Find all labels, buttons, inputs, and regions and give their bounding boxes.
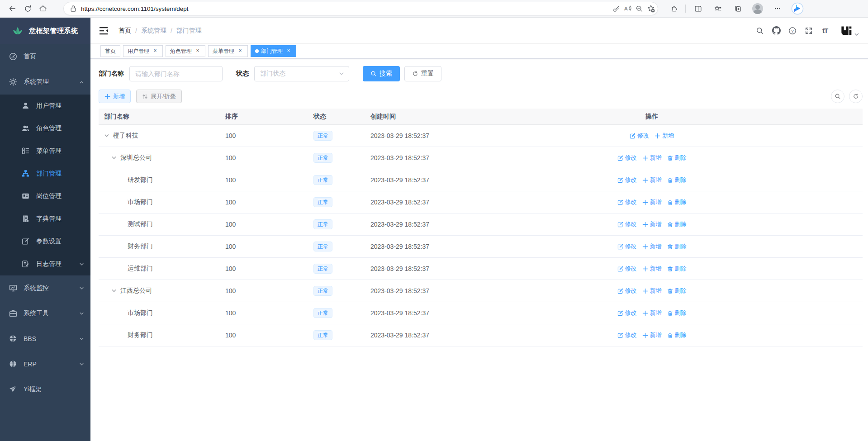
row-add-link[interactable]: 新增 (642, 331, 662, 339)
copilot-icon[interactable] (790, 2, 805, 15)
dept-name: 市场部门 (128, 309, 153, 317)
row-delete-link[interactable]: 删除 (667, 176, 687, 184)
reset-button[interactable]: 重置 (404, 66, 441, 81)
sidebar-item-tools[interactable]: 系统工具 (0, 301, 90, 326)
row-edit-link[interactable]: 修改 (617, 331, 637, 339)
menu-tree-icon (22, 147, 30, 155)
tab-close-icon[interactable]: × (285, 48, 292, 54)
row-add-link[interactable]: 新增 (642, 242, 662, 251)
add-button[interactable]: 新增 (99, 90, 131, 103)
row-add-link[interactable]: 新增 (642, 309, 662, 317)
expand-collapse-button[interactable]: 展开/折叠 (136, 90, 182, 103)
search-button[interactable]: 搜索 (363, 66, 400, 81)
home-icon[interactable] (35, 2, 51, 15)
split-screen-icon[interactable] (690, 2, 706, 15)
show-search-button[interactable] (831, 90, 844, 103)
tab-users[interactable]: 用户管理× (123, 45, 163, 57)
back-icon[interactable] (5, 2, 20, 15)
sidebar-item-monitor[interactable]: 系统监控 (0, 275, 90, 301)
sidebar-item-roles[interactable]: 角色管理 (0, 117, 90, 140)
url-text[interactable]: https://ccnetcore.com:1101/system/dept (81, 5, 612, 12)
row-add-link[interactable]: 新增 (642, 220, 662, 228)
row-add-link[interactable]: 新增 (642, 176, 662, 184)
sort-value: 100 (221, 243, 310, 250)
tree-expand-toggle[interactable] (111, 155, 120, 161)
row-edit-link[interactable]: 修改 (617, 242, 637, 251)
sidebar-item-bbs[interactable]: BBS (0, 326, 90, 351)
row-delete-link[interactable]: 删除 (667, 287, 687, 295)
sidebar-item-yi-framework[interactable]: Yi框架 (0, 377, 90, 402)
refresh-icon[interactable] (20, 2, 35, 15)
sidebar-item-label: 角色管理 (36, 124, 62, 133)
trash-icon (667, 222, 673, 228)
dept-name: 财务部门 (128, 242, 153, 251)
row-add-link[interactable]: 新增 (642, 198, 662, 206)
add-favorite-icon[interactable] (647, 5, 655, 13)
row-edit-link[interactable]: 修改 (617, 154, 637, 162)
row-delete-link[interactable]: 删除 (667, 265, 687, 273)
dept-name-input[interactable] (129, 66, 223, 81)
row-delete-link[interactable]: 删除 (667, 331, 687, 339)
tab-close-icon[interactable]: × (194, 48, 201, 54)
favorites-icon[interactable] (710, 2, 726, 15)
row-delete-link[interactable]: 删除 (667, 154, 687, 162)
row-delete-link[interactable]: 删除 (667, 242, 687, 251)
collections-icon[interactable] (730, 2, 745, 15)
row-add-link[interactable]: 新增 (642, 287, 662, 295)
refresh-table-button[interactable] (849, 90, 863, 103)
row-delete-link[interactable]: 删除 (667, 198, 687, 206)
row-add-link[interactable]: 新增 (642, 265, 662, 273)
row-edit-link[interactable]: 修改 (617, 265, 637, 273)
status-select[interactable]: 部门状态 (254, 66, 349, 81)
sidebar-item-menus[interactable]: 菜单管理 (0, 140, 90, 162)
chevron-down-icon (339, 71, 344, 76)
created-time: 2023-03-29 18:52:37 (366, 221, 607, 228)
github-icon[interactable] (772, 26, 781, 35)
sort-value: 100 (221, 309, 310, 317)
sidebar-item-users[interactable]: 用户管理 (0, 95, 90, 117)
key-icon[interactable] (612, 5, 620, 13)
tab-home[interactable]: 首页 (100, 45, 120, 57)
tree-expand-toggle[interactable] (111, 288, 120, 294)
more-icon[interactable] (770, 2, 785, 15)
font-size-icon[interactable]: tT (821, 26, 830, 35)
sidebar-item-departments[interactable]: 部门管理 (0, 162, 90, 185)
read-aloud-icon[interactable]: A (624, 5, 632, 12)
row-edit-link[interactable]: 修改 (617, 287, 637, 295)
row-edit-link[interactable]: 修改 (617, 220, 637, 228)
row-edit-link[interactable]: 修改 (617, 198, 637, 206)
sidebar-item-system[interactable]: 系统管理 (0, 69, 90, 95)
search-icon[interactable] (755, 26, 764, 35)
breadcrumb-home[interactable]: 首页 (119, 27, 131, 35)
sidebar-item-parameters[interactable]: 参数设置 (0, 230, 90, 253)
row-edit-link[interactable]: 修改 (617, 309, 637, 317)
sidebar-item-dictionary[interactable]: 字典管理 (0, 208, 90, 230)
row-add-link[interactable]: 新增 (655, 132, 674, 140)
tab-roles[interactable]: 角色管理× (166, 45, 205, 57)
fullscreen-icon[interactable] (804, 26, 813, 35)
user-avatar-logo[interactable] (840, 25, 859, 36)
row-edit-link[interactable]: 修改 (630, 132, 649, 140)
row-delete-link[interactable]: 删除 (667, 220, 687, 228)
tab-menus[interactable]: 菜单管理× (208, 45, 248, 57)
profile-avatar[interactable] (750, 2, 765, 15)
navbar: 首页 / 系统管理 / 部门管理 ? tT (90, 18, 868, 44)
sidebar-item-label: 首页 (24, 52, 36, 61)
collapse-sidebar-icon[interactable] (99, 26, 109, 35)
sidebar-item-erp[interactable]: ERP (0, 351, 90, 377)
zoom-out-icon[interactable] (636, 5, 643, 13)
sidebar-item-logs[interactable]: 日志管理 (0, 253, 90, 275)
tab-close-icon[interactable]: × (152, 48, 158, 54)
help-icon[interactable]: ? (788, 26, 797, 35)
sidebar-item-home[interactable]: 首页 (0, 44, 90, 69)
sidebar-item-posts[interactable]: 岗位管理 (0, 185, 90, 208)
lock-icon[interactable] (70, 5, 76, 12)
tree-expand-toggle[interactable] (104, 133, 113, 138)
row-edit-link[interactable]: 修改 (617, 176, 637, 184)
tab-close-icon[interactable]: × (237, 48, 243, 54)
row-add-link[interactable]: 新增 (642, 154, 662, 162)
extensions-icon[interactable] (665, 2, 681, 15)
tab-departments[interactable]: 部门管理× (251, 45, 296, 57)
row-delete-link[interactable]: 删除 (667, 309, 687, 317)
address-bar[interactable]: https://ccnetcore.com:1101/system/dept A (63, 2, 658, 15)
